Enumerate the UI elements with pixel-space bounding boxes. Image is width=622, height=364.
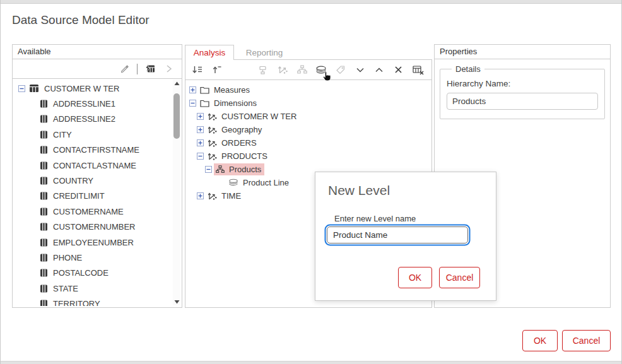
- column-icon: [40, 131, 48, 139]
- edit-pencil-icon[interactable]: [118, 62, 131, 75]
- available-column-row[interactable]: CITY: [13, 127, 173, 142]
- chevron-right-icon[interactable]: [163, 62, 175, 75]
- add-property-icon[interactable]: [335, 64, 347, 76]
- new-level-name-input[interactable]: [327, 226, 468, 244]
- column-label: CUSTOMERNAME: [53, 207, 124, 216]
- expand-plus-icon[interactable]: [197, 126, 204, 133]
- tree-item-label: Dimensions: [214, 98, 257, 108]
- add-measure-icon[interactable]: [257, 64, 269, 76]
- column-icon: [40, 192, 48, 200]
- column-label: CONTACTFIRSTNAME: [53, 145, 139, 155]
- new-level-name-label: Enter new Level name: [334, 214, 416, 223]
- dimension-icon: [208, 112, 217, 121]
- column-icon: [40, 300, 48, 306]
- dialog-ok-button[interactable]: OK: [398, 267, 432, 288]
- available-toolbar: [13, 59, 182, 79]
- tab-analysis[interactable]: Analysis: [185, 45, 234, 60]
- available-column-row[interactable]: ADDRESSLINE2: [13, 112, 173, 127]
- expand-plus-icon[interactable]: [197, 192, 204, 199]
- new-level-dialog: New Level Enter new Level name OK Cancel: [315, 172, 496, 301]
- dimension-icon: [208, 152, 217, 161]
- chevron-up-icon[interactable]: [373, 64, 385, 76]
- column-label: POSTALCODE: [53, 268, 109, 278]
- dimension-icon: [208, 139, 217, 148]
- available-column-row[interactable]: PHONE: [13, 250, 173, 265]
- auto-populate-model-icon[interactable]: [144, 62, 156, 75]
- move-up-icon[interactable]: [211, 64, 223, 76]
- scroll-up-icon[interactable]: [173, 79, 180, 87]
- available-column-row[interactable]: CUSTOMERNAME: [13, 204, 173, 219]
- dialog-title: New Level: [328, 183, 390, 198]
- available-panel: Available: [12, 44, 182, 308]
- editor-cancel-button[interactable]: Cancel: [562, 330, 611, 351]
- collapse-expander-icon[interactable]: [18, 85, 25, 92]
- column-icon: [40, 146, 48, 154]
- available-table-row[interactable]: CUSTOMER W TER: [13, 81, 173, 96]
- add-dimension-icon[interactable]: [277, 64, 289, 76]
- remove-icon[interactable]: [393, 64, 405, 76]
- add-hierarchy-icon[interactable]: [296, 64, 308, 76]
- scroll-down-icon[interactable]: [173, 298, 180, 305]
- tree-item-geography[interactable]: Geography: [185, 123, 431, 136]
- hierarchy-name-input[interactable]: [447, 93, 598, 110]
- available-column-row[interactable]: TERRITORY: [13, 296, 173, 306]
- bottom-edge-strip: [1, 361, 622, 364]
- tree-item-orders[interactable]: ORDERS: [185, 136, 431, 150]
- tree-item-measures[interactable]: Measures: [185, 83, 431, 97]
- column-label: CONTACTLASTNAME: [53, 161, 136, 170]
- selected-highlight: Products: [214, 163, 264, 175]
- dialog-cancel-button[interactable]: Cancel: [439, 267, 480, 288]
- collapse-minus-icon[interactable]: [197, 153, 204, 160]
- expand-plus-icon[interactable]: [197, 139, 204, 146]
- tab-reporting[interactable]: Reporting: [239, 45, 290, 60]
- tree-item-label: Geography: [221, 125, 262, 134]
- chevron-down-icon[interactable]: [354, 64, 366, 76]
- available-column-row[interactable]: CONTACTLASTNAME: [13, 158, 173, 173]
- editor-ok-button[interactable]: OK: [522, 330, 558, 351]
- available-column-row[interactable]: POSTALCODE: [13, 266, 173, 281]
- data-source-model-editor-window: Data Source Model Editor Available: [0, 0, 622, 364]
- tree-item-products-dimension[interactable]: PRODUCTS: [185, 150, 431, 163]
- column-icon: [40, 238, 48, 247]
- column-label: PHONE: [53, 253, 82, 262]
- tree-item-label: PRODUCTS: [221, 151, 267, 161]
- column-label: TERRITORY: [53, 299, 100, 306]
- tree-item-customer-w-ter[interactable]: CUSTOMER W TER: [185, 110, 431, 123]
- details-fieldset: Details Hierarchy Name:: [440, 64, 605, 119]
- expand-plus-icon[interactable]: [189, 86, 196, 93]
- available-tree: CUSTOMER W TER ADDRESSLINE1 ADDRESSLINE2…: [13, 79, 173, 306]
- tree-item-label: ORDERS: [221, 138, 257, 148]
- properties-panel-title: Properties: [435, 45, 610, 59]
- page-title: Data Source Model Editor: [12, 13, 150, 27]
- collapse-minus-icon[interactable]: [205, 166, 212, 173]
- column-icon: [40, 223, 48, 231]
- expand-plus-icon[interactable]: [197, 113, 204, 120]
- available-column-row[interactable]: CREDITLIMIT: [13, 189, 173, 204]
- available-column-row[interactable]: EMPLOYEENUMBER: [13, 235, 173, 250]
- scrollbar-thumb[interactable]: [173, 93, 180, 139]
- column-icon: [40, 177, 48, 185]
- available-column-row[interactable]: CUSTOMERNUMBER: [13, 220, 173, 235]
- move-down-icon[interactable]: [192, 64, 204, 76]
- tree-item-label: TIME: [221, 191, 241, 201]
- available-column-row[interactable]: CONTACTFIRSTNAME: [13, 143, 173, 158]
- dimension-icon: [208, 192, 217, 201]
- column-label: CREDITLIMIT: [53, 191, 105, 201]
- collapse-minus-icon[interactable]: [189, 100, 196, 107]
- available-scrollbar[interactable]: [173, 79, 180, 305]
- available-column-row[interactable]: COUNTRY: [13, 173, 173, 188]
- available-column-row[interactable]: ADDRESSLINE1: [13, 96, 173, 111]
- folder-icon: [200, 86, 209, 94]
- column-label: STATE: [53, 284, 78, 293]
- column-label: ADDRESSLINE2: [53, 114, 115, 124]
- column-label: COUNTRY: [53, 176, 93, 185]
- clear-model-icon[interactable]: [412, 64, 424, 76]
- column-label: EMPLOYEENUMBER: [53, 238, 134, 247]
- available-panel-title: Available: [13, 45, 182, 59]
- level-icon: [228, 179, 238, 187]
- tree-item-dimensions[interactable]: Dimensions: [185, 97, 431, 110]
- column-label: ADDRESSLINE1: [53, 99, 115, 109]
- tree-item-label: Products: [229, 165, 261, 174]
- model-toolbar: [185, 60, 431, 80]
- available-column-row[interactable]: STATE: [13, 281, 173, 296]
